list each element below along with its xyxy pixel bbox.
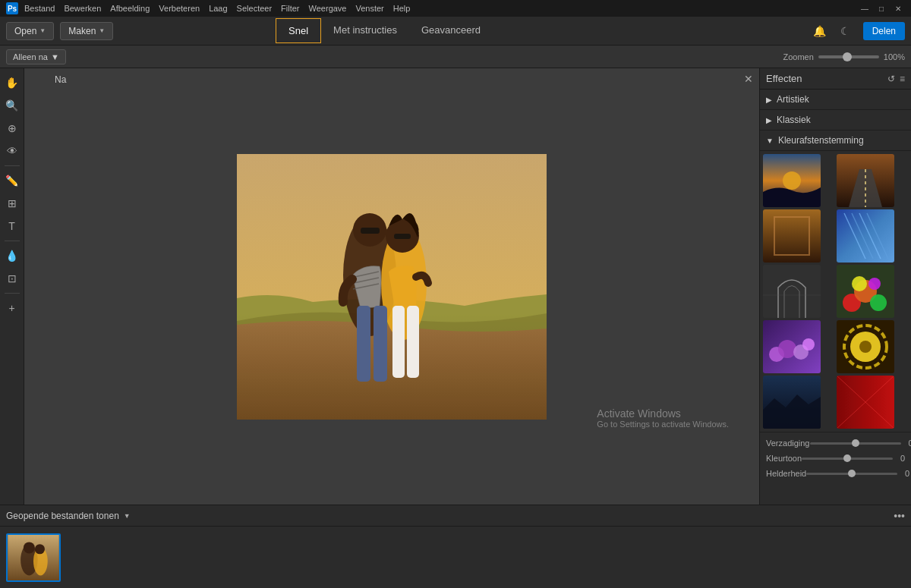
svg-point-32 bbox=[868, 278, 881, 290]
svg-point-16 bbox=[783, 171, 801, 190]
menu-filter[interactable]: Filter bbox=[281, 4, 299, 13]
artistiek-arrow: ▶ bbox=[766, 96, 772, 104]
kleurtoon-value: 0 bbox=[893, 454, 905, 463]
svg-point-37 bbox=[802, 338, 815, 351]
film-thumb-1[interactable] bbox=[6, 533, 61, 582]
effect-thumb-2[interactable] bbox=[837, 154, 894, 207]
activate-windows-watermark: Activate Windows Go to Settings to activ… bbox=[597, 407, 729, 429]
panel-title: Effecten bbox=[766, 73, 802, 84]
brush-tool[interactable]: ✏️ bbox=[2, 171, 22, 190]
menu-weergave[interactable]: Weergave bbox=[309, 4, 347, 13]
close-button[interactable]: ✕ bbox=[891, 3, 905, 14]
tab-geavanceerd[interactable]: Geavanceerd bbox=[409, 18, 493, 43]
section-artistiek[interactable]: ▶ Artistiek bbox=[760, 90, 911, 110]
kleurtoon-label: Kleurtoon bbox=[766, 454, 802, 463]
svg-point-41 bbox=[859, 341, 872, 353]
filmstrip-header: Geopende bestanden tonen ▼ ••• bbox=[0, 505, 911, 527]
effect-thumb-8[interactable] bbox=[837, 320, 894, 373]
main-area: ✋ 🔍 ⊕ 👁 ✏️ ⊞ T 💧 ⊡ + Na ✕ bbox=[0, 68, 911, 505]
app-icon: Ps bbox=[6, 2, 18, 14]
effect-thumb-7[interactable] bbox=[763, 320, 821, 373]
panel-header: Effecten ↺ ≡ bbox=[760, 68, 911, 90]
menu-venster[interactable]: Venster bbox=[355, 4, 383, 13]
effect-thumb-10[interactable] bbox=[837, 376, 894, 429]
filmstrip-arrow[interactable]: ▼ bbox=[124, 512, 131, 520]
effects-grid bbox=[760, 151, 911, 432]
sliders-section: Verzadiging 0 Kleurtoon 0 Helderheid 0 bbox=[760, 432, 911, 490]
stamp-tool[interactable]: ⊞ bbox=[2, 193, 22, 213]
effects-panel: Effecten ↺ ≡ ▶ Artistiek ▶ Klassiek ▼ Kl… bbox=[759, 68, 911, 505]
canvas-area: Na ✕ bbox=[24, 68, 759, 505]
menu-bewerken[interactable]: Bewerken bbox=[64, 4, 101, 13]
open-button[interactable]: Open ▼ bbox=[6, 22, 54, 40]
svg-rect-20 bbox=[837, 209, 894, 263]
section-klassiek[interactable]: ▶ Klassiek bbox=[760, 110, 911, 130]
helderheid-value: 0 bbox=[897, 469, 909, 478]
panel-menu-icon[interactable]: ≡ bbox=[900, 74, 905, 84]
panel-reset-icon[interactable]: ↺ bbox=[887, 74, 895, 84]
eyedropper-tool[interactable]: 💧 bbox=[2, 246, 22, 266]
helderheid-slider[interactable] bbox=[806, 473, 897, 475]
effect-thumb-9[interactable] bbox=[763, 376, 821, 429]
artistiek-label: Artistiek bbox=[777, 94, 809, 105]
klassiek-label: Klassiek bbox=[777, 115, 811, 125]
tool-separator-1 bbox=[5, 165, 20, 166]
zoom-tool[interactable]: 🔍 bbox=[2, 96, 22, 115]
svg-rect-25 bbox=[763, 265, 821, 318]
kleurtoon-slider[interactable] bbox=[802, 458, 893, 460]
effect-thumb-3[interactable] bbox=[763, 209, 821, 263]
crop-tool[interactable]: ⊡ bbox=[2, 269, 22, 288]
eye-tool[interactable]: 👁 bbox=[2, 141, 22, 161]
menu-verbeteren[interactable]: Verbeteren bbox=[159, 4, 200, 13]
menu-selecteer[interactable]: Selecteer bbox=[237, 4, 272, 13]
menu-help[interactable]: Help bbox=[393, 4, 411, 13]
tab-met-instructies[interactable]: Met instructies bbox=[321, 18, 409, 43]
move-tool[interactable]: ✋ bbox=[2, 73, 22, 93]
window-controls: — □ ✕ bbox=[858, 3, 905, 14]
menu-bar: Bestand Bewerken Afbeelding Verbeteren L… bbox=[24, 4, 410, 13]
helderheid-row: Helderheid 0 bbox=[766, 469, 905, 478]
theme-icon[interactable]: ☾ bbox=[837, 23, 854, 39]
tool-separator-3 bbox=[5, 293, 20, 294]
section-kleurafstenstemming[interactable]: ▼ Kleurafstenstemming bbox=[760, 130, 911, 151]
delen-button[interactable]: Delen bbox=[863, 22, 905, 40]
effect-thumb-5[interactable] bbox=[763, 265, 821, 318]
minimize-button[interactable]: — bbox=[858, 3, 872, 14]
effect-thumb-1[interactable] bbox=[763, 154, 821, 207]
toolbar-right: 🔔 ☾ Delen bbox=[812, 22, 905, 40]
zoom-control: Zoomen 100% bbox=[783, 52, 906, 61]
zoom-slider[interactable] bbox=[818, 55, 879, 58]
verzadiging-row: Verzadiging 0 bbox=[766, 439, 905, 448]
klassiek-arrow: ▶ bbox=[766, 116, 772, 124]
menu-bestand[interactable]: Bestand bbox=[24, 4, 55, 13]
text-tool[interactable]: T bbox=[2, 216, 22, 236]
maximize-button[interactable]: □ bbox=[875, 3, 888, 14]
verzadiging-value: 0 bbox=[901, 439, 912, 448]
effect-thumb-4[interactable] bbox=[837, 209, 894, 263]
second-bar: Alleen na ▼ Zoomen 100% bbox=[0, 46, 911, 68]
filmstrip-content bbox=[0, 527, 911, 588]
svg-point-50 bbox=[35, 544, 45, 554]
tab-snel[interactable]: Snel bbox=[276, 18, 321, 43]
svg-point-49 bbox=[24, 542, 35, 553]
menu-afbeelding[interactable]: Afbeelding bbox=[110, 4, 150, 13]
menu-laag[interactable]: Laag bbox=[209, 4, 227, 13]
bottom-bar: Geopende bestanden tonen ▼ ••• bbox=[0, 505, 911, 588]
after-label: Na bbox=[55, 74, 66, 85]
svg-point-35 bbox=[778, 340, 796, 358]
maken-button[interactable]: Maken ▼ bbox=[60, 22, 113, 40]
add-tool[interactable]: + bbox=[2, 298, 22, 318]
select-tool[interactable]: ⊕ bbox=[2, 118, 22, 138]
photo-container bbox=[237, 154, 547, 420]
panel-icons: ↺ ≡ bbox=[887, 74, 905, 84]
filmstrip-more[interactable]: ••• bbox=[894, 510, 905, 522]
view-select[interactable]: Alleen na ▼ bbox=[6, 49, 66, 64]
tool-separator-2 bbox=[5, 241, 20, 241]
svg-point-30 bbox=[870, 294, 887, 311]
effect-thumb-6[interactable] bbox=[837, 265, 894, 318]
canvas-close-button[interactable]: ✕ bbox=[741, 71, 756, 86]
verzadiging-label: Verzadiging bbox=[766, 439, 810, 448]
verzadiging-slider[interactable] bbox=[810, 442, 901, 445]
toolbar: Open ▼ Maken ▼ Snel Met instructies Geav… bbox=[0, 17, 911, 46]
notification-icon[interactable]: 🔔 bbox=[812, 23, 828, 39]
